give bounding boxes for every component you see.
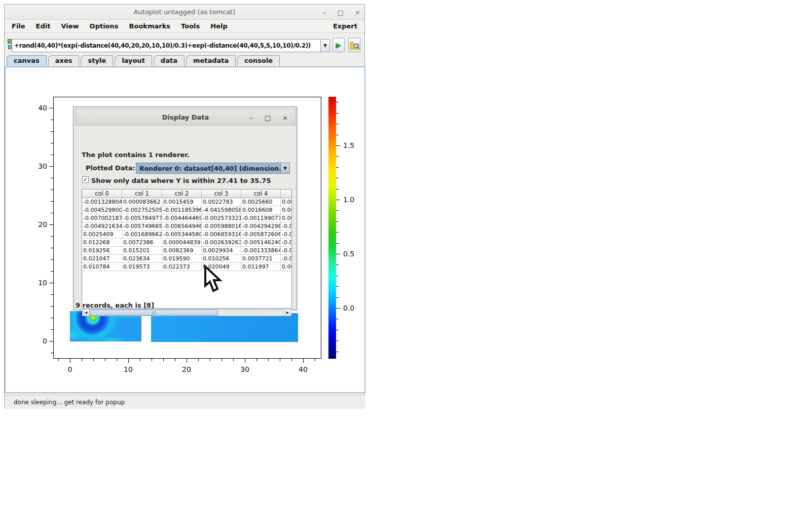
axis-tick <box>256 359 257 361</box>
plotted-data-combobox[interactable]: Renderer 0: dataset[40,40] (dimension...… <box>136 163 290 174</box>
dialog-body: The plot contains 1 renderer. Plotted Da… <box>76 126 296 309</box>
table-row[interactable]: -0.004921634...-0.005749665...-0.0065649… <box>82 222 291 231</box>
table-cell: 0.0025660 <box>241 198 281 206</box>
table-cell: 0.0022783 <box>202 198 241 206</box>
table-header-cell[interactable]: col 1 <box>122 189 162 198</box>
table-cell: 0.00 <box>281 198 292 206</box>
dialog-minimize-icon[interactable]: – <box>249 114 253 122</box>
table-cell: -0.0 <box>281 222 292 231</box>
dialog-maximize-icon[interactable]: □ <box>265 114 271 122</box>
x-tick-label: 30 <box>238 365 252 373</box>
horizontal-scrollbar[interactable]: ◀ ▶ <box>82 309 291 316</box>
desktop: Autoplot untagged (as tomcat) – □ × File… <box>0 0 811 532</box>
axis-tick <box>222 359 222 361</box>
scrollbar-thumb[interactable] <box>90 310 218 316</box>
axis-tick <box>336 308 340 309</box>
axis-tick <box>51 189 53 190</box>
table-row[interactable]: -0.007002187...-0.005784977...-0.0044644… <box>82 214 291 222</box>
table-cell: 0.010256 <box>202 255 241 263</box>
table-cell: -0.0 <box>281 247 292 255</box>
axis-tick <box>49 108 53 108</box>
table-cell: 0.0029934 <box>202 247 241 255</box>
axis-tick <box>336 297 339 298</box>
table-row[interactable]: 0.0122680.00723860.000044839-0.002639263… <box>82 239 291 247</box>
table-header-cell[interactable]: col 3 <box>202 189 241 198</box>
table-cell: 0.0082369 <box>162 247 202 255</box>
axis-tick <box>140 359 140 361</box>
colorbar-tick-label: 1.0 <box>343 196 358 204</box>
axis-tick <box>51 271 53 272</box>
renderer-count-text: The plot contains 1 renderer. <box>82 151 190 159</box>
table-cell: -0.002573321... <box>202 214 241 222</box>
colorbar[interactable] <box>328 97 336 359</box>
axis-tick <box>51 143 53 143</box>
axis-tick <box>336 113 339 113</box>
table-cell: -0.006859316... <box>202 231 241 239</box>
axis-tick <box>51 329 53 330</box>
table-header-cell[interactable] <box>281 189 292 198</box>
table-cell: -0.004294298... <box>241 222 281 231</box>
axis-tick <box>268 359 269 361</box>
axis-tick <box>336 232 339 233</box>
axis-tick <box>336 319 339 319</box>
axis-tick <box>336 286 339 287</box>
table-cell: 0.0025409 <box>82 231 122 239</box>
table-cell: 0.00 <box>281 206 292 214</box>
table-cell: -0.007002187... <box>82 214 122 222</box>
table-cell: 0.000083662 <box>122 198 162 206</box>
table-cell: 0.012268 <box>82 239 122 247</box>
table-header-cell[interactable]: col 4 <box>241 189 281 198</box>
x-tick-label: 40 <box>296 365 310 373</box>
axis-tick <box>70 359 70 363</box>
table-cell: 0.0072386 <box>122 239 162 247</box>
table-cell: -0.0 <box>281 255 292 263</box>
axis-tick <box>51 318 53 318</box>
axis-tick <box>336 210 339 211</box>
axis-tick <box>336 167 339 168</box>
axis-tick <box>336 330 339 330</box>
filter-checkbox[interactable]: ✓ <box>82 176 89 183</box>
table-row[interactable]: 0.0192560.0152010.00823690.0029934-0.001… <box>82 247 291 255</box>
x-tick-label: 20 <box>179 365 194 373</box>
filter-checkbox-label: Show only data where Y is within 27.41 t… <box>91 177 271 184</box>
table-cell: 0.00 <box>281 263 292 271</box>
check-icon: ✓ <box>83 176 88 183</box>
table-header-cell[interactable]: col 0 <box>82 189 122 198</box>
axis-tick <box>49 166 53 167</box>
dialog-close-icon[interactable]: × <box>282 114 288 122</box>
mouse-cursor-icon <box>203 265 223 293</box>
combobox-arrow-button[interactable]: ▼ <box>280 163 289 173</box>
axis-tick <box>336 189 339 189</box>
axis-tick <box>117 359 117 361</box>
axis-tick <box>303 359 304 363</box>
scroll-left-button[interactable]: ◀ <box>83 310 90 316</box>
y-tick-label: 30 <box>33 162 47 170</box>
table-row[interactable]: -0.004529800...-0.002752505...-0.0011853… <box>82 206 291 214</box>
table-cell: -0.005344580... <box>162 231 202 239</box>
table-row[interactable]: 0.0025409-0.001689662...-0.005344580...-… <box>82 231 291 239</box>
table-cell: -0.004529800... <box>82 206 122 214</box>
axis-tick <box>336 135 339 135</box>
table-cell: -0.0 <box>281 239 292 247</box>
axis-tick <box>233 359 234 361</box>
y-tick-label: 40 <box>33 104 47 112</box>
axis-tick <box>280 359 280 361</box>
axis-tick <box>336 200 340 200</box>
table-row[interactable]: -0.001328804...0.0000836620.00154590.002… <box>82 198 291 206</box>
table-cell: 0.0037721 <box>241 255 281 263</box>
plotted-data-value: Renderer 0: dataset[40,40] (dimension... <box>136 165 280 172</box>
table-header-cell[interactable]: col 2 <box>162 189 202 198</box>
axis-tick <box>51 294 53 295</box>
heatmap-right-strip <box>151 313 298 342</box>
table-row[interactable]: 0.0210470.0236340.0195900.0102560.003772… <box>82 255 291 263</box>
dialog-titlebar[interactable]: Display Data – □ × <box>76 109 296 126</box>
arrow-left-icon: ◀ <box>85 311 87 315</box>
data-table[interactable]: col 0col 1col 2col 3col 4-0.001328804...… <box>82 189 292 309</box>
scroll-right-button[interactable]: ▶ <box>284 310 291 316</box>
table-row[interactable]: 0.0107840.0195730.0223730.0200490.011997… <box>82 263 291 271</box>
axis-tick <box>51 248 53 248</box>
axis-tick <box>51 120 53 120</box>
plotted-data-label: Plotted Data: <box>86 164 135 172</box>
scrollbar-track[interactable] <box>90 310 284 316</box>
table-cell: 0.010784 <box>82 263 122 271</box>
